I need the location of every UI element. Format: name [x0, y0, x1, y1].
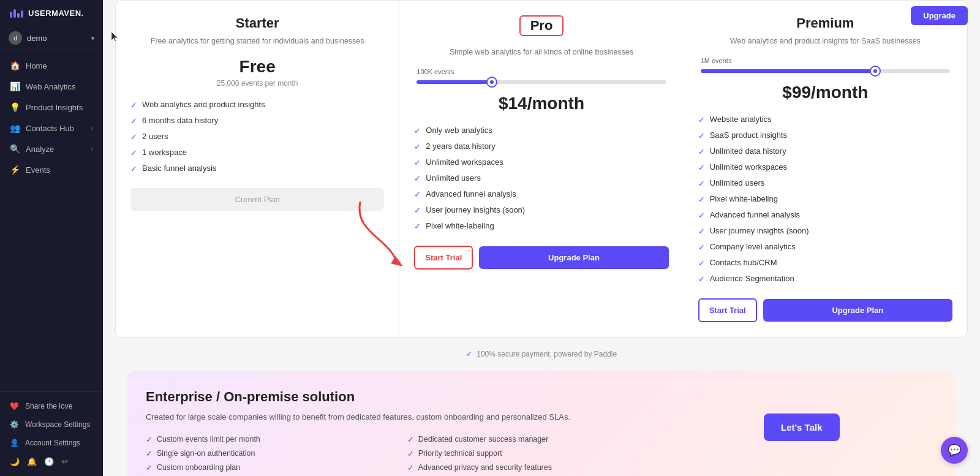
pro-feature-4: ✓ Unlimited users — [414, 173, 668, 183]
sidebar-item-home[interactable]: 🏠 Home — [0, 55, 103, 76]
premium-feature-3: ✓ Unlimited data history — [698, 146, 952, 156]
sidebar-workspace-settings[interactable]: ⚙️ Workspace Settings — [0, 415, 103, 434]
chat-widget[interactable]: 💬 — [941, 437, 968, 464]
premium-actions: Start Trial Upgrade Plan — [698, 298, 952, 322]
premium-feature-9: ✓ Company level analytics — [698, 242, 952, 252]
premium-slider-fill — [701, 69, 875, 73]
starter-feature-2: ✓ 6 months data history — [130, 116, 384, 126]
moon-icon[interactable]: 🌙 — [10, 457, 20, 466]
check-icon: ✓ — [414, 158, 421, 167]
enterprise-check-icon: ✓ — [146, 463, 153, 472]
user-name: demo — [27, 34, 47, 43]
sidebar-item-events[interactable]: ⚡ Events — [0, 159, 103, 180]
premium-slider-area: 1M events — [698, 57, 952, 73]
premium-feature-7: ✓ Advanced funnel analysis — [698, 210, 952, 220]
pro-plan: Pro Simple web analytics for all kinds o… — [399, 1, 683, 337]
pro-feature-2: ✓ 2 years data history — [414, 142, 668, 151]
check-icon: ✓ — [698, 131, 705, 140]
check-icon: ✓ — [130, 132, 137, 142]
check-icon: ✓ — [698, 179, 705, 188]
pro-start-trial-button[interactable]: Start Trial — [414, 246, 473, 270]
main-content: Upgrade Starter Free analytics for getti… — [103, 0, 980, 476]
check-icon: ✓ — [698, 195, 705, 204]
plans-grid: Starter Free analytics for getting start… — [115, 0, 968, 338]
enterprise-feature-3: ✓ Custom onboarding plan — [146, 463, 393, 472]
pro-plan-name: Pro — [519, 15, 564, 36]
sidebar-account-settings[interactable]: 👤 Account Settings — [0, 434, 103, 452]
chevron-down-icon: ▾ — [91, 35, 94, 42]
events-icon: ⚡ — [10, 165, 20, 175]
contacts-icon: 👥 — [10, 123, 20, 133]
enterprise-check-icon: ✓ — [407, 449, 414, 458]
workspace-settings-icon: ⚙️ — [10, 420, 19, 429]
current-plan-button: Current Plan — [130, 188, 384, 211]
pro-slider-fill — [417, 80, 491, 84]
check-icon: ✓ — [414, 174, 421, 183]
bell-icon[interactable]: 🔔 — [27, 457, 37, 466]
starter-price: Free 25,000 events per month — [130, 57, 384, 88]
top-upgrade-button[interactable]: Upgrade — [911, 6, 968, 25]
sidebar: USERMAVEN. d demo ▾ 🏠 Home 📊 Web Analyti… — [0, 0, 103, 476]
enterprise-feature-7: ✓ Advanced privacy and security features — [407, 463, 654, 472]
avatar: d — [9, 31, 22, 45]
pro-actions: Start Trial Upgrade Plan — [414, 246, 668, 270]
pro-feature-5: ✓ Advanced funnel analysis — [414, 189, 668, 199]
product-insights-icon: 💡 — [10, 102, 20, 112]
logo-text: USERMAVEN. — [28, 9, 84, 18]
check-icon: ✓ — [414, 190, 421, 199]
pro-slider-thumb-inner — [490, 80, 494, 84]
enterprise-desc: Created for large scale companies willin… — [146, 411, 654, 423]
logout-icon[interactable]: ↩ — [61, 457, 68, 466]
clock-icon[interactable]: 🕐 — [44, 457, 54, 466]
check-icon: ✓ — [698, 115, 705, 124]
pro-slider-thumb[interactable] — [486, 77, 497, 88]
premium-start-trial-button[interactable]: Start Trial — [698, 298, 757, 322]
check-icon: ✓ — [130, 148, 137, 157]
check-icon: ✓ — [698, 274, 705, 284]
premium-slider-thumb[interactable] — [870, 66, 881, 77]
starter-feature-1: ✓ Web analytics and product insights — [130, 100, 384, 110]
starter-feature-3: ✓ 2 users — [130, 132, 384, 142]
pro-slider-track — [417, 80, 666, 84]
secure-check-icon: ✓ — [466, 350, 472, 358]
pro-price: $14/month — [414, 94, 668, 113]
sidebar-user[interactable]: d demo ▾ — [0, 26, 103, 50]
sidebar-bottom: ❤️ Share the love ⚙️ Workspace Settings … — [0, 391, 103, 476]
pro-events-label: 100K events — [417, 68, 666, 75]
enterprise-title: Enterprise / On-premise solution — [146, 389, 654, 405]
pro-feature-7: ✓ Pixel white-labeling — [414, 221, 668, 231]
pro-upgrade-plan-button[interactable]: Upgrade Plan — [479, 246, 668, 269]
starter-actions: Current Plan — [130, 188, 384, 211]
sidebar-item-product-insights[interactable]: 💡 Product Insights — [0, 97, 103, 118]
check-icon: ✓ — [698, 227, 705, 236]
premium-plan-desc: Web analytics and product insights for S… — [698, 36, 952, 47]
starter-features: ✓ Web analytics and product insights ✓ 6… — [130, 100, 384, 173]
web-analytics-icon: 📊 — [10, 81, 20, 91]
premium-feature-10: ✓ Contacts hub/CRM — [698, 258, 952, 268]
enterprise-check-icon: ✓ — [407, 463, 414, 472]
enterprise-feature-5: ✓ Dedicated customer success manager — [407, 435, 654, 444]
premium-upgrade-plan-button[interactable]: Upgrade Plan — [763, 299, 952, 322]
premium-events-label: 1M events — [701, 57, 950, 64]
lets-talk-button[interactable]: Let's Talk — [764, 414, 839, 441]
secure-payment: ✓ 100% secure payment, powered by Paddle — [115, 350, 968, 358]
pro-slider-area: 100K events — [414, 68, 668, 84]
analyze-icon: 🔍 — [10, 144, 20, 154]
check-icon: ✓ — [414, 222, 421, 231]
pro-plan-desc: Simple web analytics for all kinds of on… — [414, 47, 668, 58]
pricing-container: Starter Free analytics for getting start… — [103, 0, 980, 476]
sidebar-item-web-analytics[interactable]: 📊 Web Analytics — [0, 76, 103, 97]
enterprise-feature-6: ✓ Priority technical support — [407, 449, 654, 458]
check-icon: ✓ — [130, 100, 137, 110]
premium-slider-track — [701, 69, 950, 73]
sidebar-item-contacts-hub[interactable]: 👥 Contacts Hub › — [0, 118, 103, 138]
starter-feature-5: ✓ Basic funnel analysis — [130, 164, 384, 173]
enterprise-feature-2: ✓ Single sign-on authentication — [146, 449, 393, 458]
home-icon: 🏠 — [10, 61, 20, 70]
share-icon: ❤️ — [10, 402, 19, 410]
check-icon: ✓ — [414, 206, 421, 215]
sidebar-nav: 🏠 Home 📊 Web Analytics 💡 Product Insight… — [0, 55, 103, 180]
premium-feature-11: ✓ Audience Segmentation — [698, 274, 952, 284]
sidebar-item-analyze[interactable]: 🔍 Analyze › — [0, 138, 103, 159]
sidebar-share-love[interactable]: ❤️ Share the love — [0, 397, 103, 415]
